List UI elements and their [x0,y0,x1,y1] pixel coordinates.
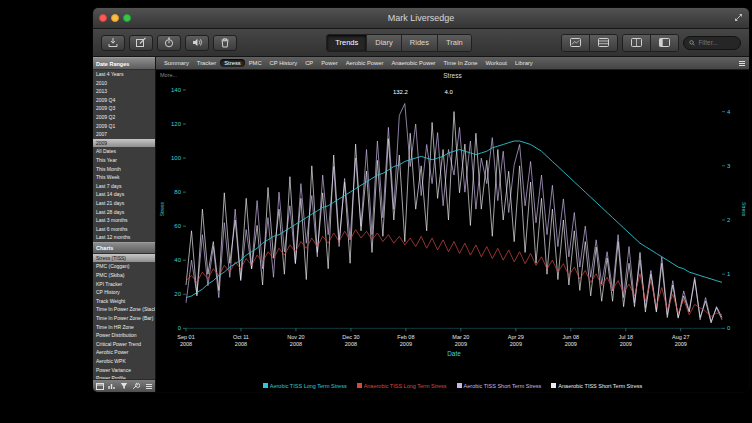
sidebar-item-last-4-years[interactable]: Last 4 Years [93,70,155,79]
sidebar-item-track-weight[interactable]: Track Weight [93,297,155,306]
svg-text:40: 40 [174,257,181,263]
sidebar-item-last-7-days[interactable]: Last 7 days [93,182,155,191]
sidebar-item-pmc-coggan[interactable]: PMC (Coggan) [93,262,155,271]
sidebar-item-aerobic-wpk[interactable]: Aerobic WPK [93,357,155,366]
sidebar-item-all-dates[interactable]: All Dates [93,147,155,156]
sidebar-item-pmc-skiba[interactable]: PMC (Skiba) [93,271,155,280]
sidebar-item-2009-q1[interactable]: 2009 Q1 [93,122,155,131]
svg-text:2009: 2009 [455,341,467,347]
sidebar-item-2013[interactable]: 2013 [93,87,155,96]
trash-button[interactable] [213,35,237,51]
panel-segment [622,34,679,52]
tab-pmc[interactable]: PMC [245,59,266,67]
tab-cp[interactable]: CP [301,59,317,67]
svg-text:2008: 2008 [180,341,192,347]
tab-stress[interactable]: Stress [220,59,244,67]
svg-text:2009: 2009 [400,341,412,347]
sidebar-item-last-12-months[interactable]: Last 12 months [93,233,155,242]
chart-tabs: SummaryTrackerStressPMCCP HistoryCPPower… [160,59,537,67]
legend-item-anaerobic-tiss-short-term-stress[interactable]: Anaerobic TISS Short Term Stress [551,383,642,389]
tab-summary[interactable]: Summary [160,59,193,67]
legend-swatch [457,383,462,388]
tab-time-in-zone[interactable]: Time In Zone [440,59,482,67]
sidebar-item-critical-power-trend[interactable]: Critical Power Trend [93,340,155,349]
sidebar-item-2009-q2[interactable]: 2009 Q2 [93,113,155,122]
sidebar-item-aerobic-power[interactable]: Aerobic Power [93,348,155,357]
stopwatch-button[interactable] [157,35,181,51]
date-ranges-header[interactable]: Date Ranges [93,57,155,70]
legend-item-aerobic-tiss-short-term-stress[interactable]: Aerobic TISS Short Term Stress [457,383,542,389]
charts-header[interactable]: Charts [93,242,155,254]
trash-icon [219,37,231,48]
zoom-button[interactable] [123,14,131,22]
sidebar-item-stress-tiss[interactable]: Stress (TISS) [93,254,155,263]
fullscreen-icon[interactable] [734,13,743,22]
wrench-icon[interactable] [132,382,140,390]
tab-aerobic-power[interactable]: Aerobic Power [342,59,388,67]
sidebar-item-last-6-months[interactable]: Last 6 months [93,225,155,234]
legend-item-anaerobic-tiss-long-term-stress[interactable]: Anaerobic TISS Long Term Stress [357,383,447,389]
svg-text:2009: 2009 [620,341,632,347]
sidebar-item-2009[interactable]: 2009 [93,139,155,148]
bar-chart-icon[interactable] [108,382,116,390]
svg-text:Dec 30: Dec 30 [342,334,359,340]
tab-workout[interactable]: Workout [481,59,510,67]
stress-chart[interactable]: 02040608010012014001234Sep 012008Oct 112… [156,82,749,379]
sidebar-item-2009-q3[interactable]: 2009 Q3 [93,104,155,113]
sidebar-item-last-14-days[interactable]: Last 14 days [93,190,155,199]
sidebar-item-power-variance[interactable]: Power Variance [93,366,155,375]
tab-anaerobic-power[interactable]: Anaerobic Power [387,59,439,67]
sidebar-item-cp-history[interactable]: CP History [93,288,155,297]
sidebar-item-kpi-tracker[interactable]: KPI Tracker [93,280,155,289]
compose-button[interactable] [129,35,153,51]
sidebar-item-time-in-hr-zone[interactable]: Time In HR Zone [93,323,155,332]
filter-input[interactable] [698,39,735,46]
legend-item-aerobic-tiss-long-term-stress[interactable]: Aerobic TISS Long Term Stress [263,383,347,389]
svg-text:3: 3 [727,163,731,169]
more-link[interactable]: More... [160,72,177,78]
view-tab-rides[interactable]: Rides [402,35,438,51]
tile-layout-button[interactable] [623,35,651,51]
sidebar-item-power-distribution[interactable]: Power Distribution [93,331,155,340]
sidebar-toolbar [93,379,155,392]
tabbar-menu-icon[interactable] [739,61,745,66]
download-button[interactable] [101,35,125,51]
close-button[interactable] [99,14,107,22]
calendar-icon[interactable] [96,382,104,390]
sidebar-item-this-month[interactable]: This Month [93,165,155,174]
view-tab-diary[interactable]: Diary [367,35,402,51]
sidebar-menu-icon[interactable] [146,384,152,389]
funnel-icon[interactable] [120,382,128,390]
sidebar-item-time-in-power-zone-bar[interactable]: Time In Power Zone (Bar) [93,314,155,323]
sidebar-item-last-21-days[interactable]: Last 21 days [93,199,155,208]
svg-text:Aug 27: Aug 27 [672,334,689,340]
svg-text:2008: 2008 [235,341,247,347]
svg-text:120: 120 [171,121,182,127]
sidebar-item-2009-q4[interactable]: 2009 Q4 [93,96,155,105]
table-view-button[interactable] [590,35,617,51]
svg-text:Stress: Stress [159,202,165,217]
title-bar[interactable]: Mark Liversedge [93,8,749,29]
chart-legend: Aerobic TISS Long Term StressAnaerobic T… [156,379,749,392]
stopwatch-icon [163,37,175,48]
tab-cp-history[interactable]: CP History [266,59,302,67]
sidebar-item-time-in-power-zone-stacked[interactable]: Time In Power Zone (Stacked) [93,305,155,314]
filter-field[interactable] [683,36,741,50]
sidebar-item-this-year[interactable]: This Year [93,156,155,165]
sidebar-item-2010[interactable]: 2010 [93,79,155,88]
sidebar-item-this-week[interactable]: This Week [93,173,155,182]
tab-power[interactable]: Power [317,59,341,67]
sidebar-item-last-3-months[interactable]: Last 3 months [93,216,155,225]
tab-tracker[interactable]: Tracker [193,59,220,67]
svg-text:Feb 08: Feb 08 [397,334,414,340]
view-tab-trends[interactable]: Trends [327,35,367,51]
sidebar-toggle-button[interactable] [651,35,678,51]
chart-view-button[interactable] [562,35,590,51]
svg-text:4.0: 4.0 [444,89,453,95]
sidebar-item-2007[interactable]: 2007 [93,130,155,139]
speaker-button[interactable] [185,35,209,51]
sidebar-item-last-28-days[interactable]: Last 28 days [93,208,155,217]
tab-library[interactable]: Library [511,59,537,67]
view-tab-train[interactable]: Train [438,35,471,51]
minimize-button[interactable] [111,14,119,22]
